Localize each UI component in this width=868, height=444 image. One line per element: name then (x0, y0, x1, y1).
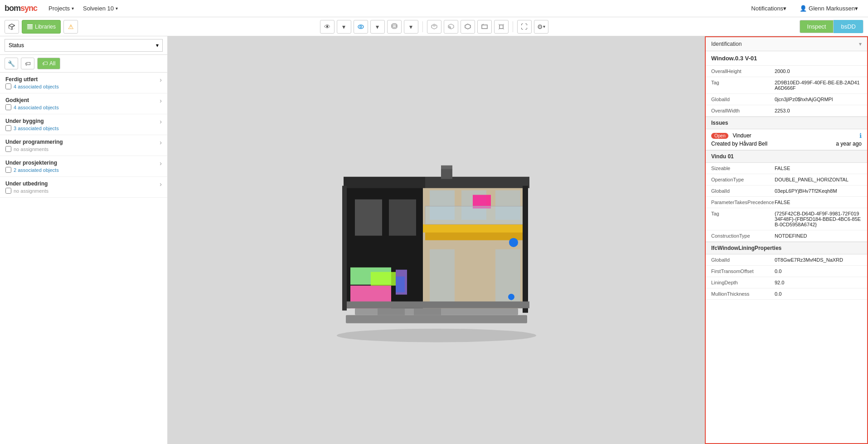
object-name: Window.0.3 V-01 (706, 51, 867, 66)
chevron-icon-3: › (160, 139, 162, 146)
app-logo: bomsync (5, 4, 37, 13)
identification-header[interactable]: Identification ▾ (706, 37, 867, 51)
svg-rect-0 (27, 24, 33, 25)
chevron-icon-0: › (160, 76, 162, 83)
project-name-menu[interactable]: Solveien 10 ▾ (78, 0, 122, 17)
user-caret: ▾ (855, 5, 858, 12)
bsdd-tab[interactable]: bsDD (834, 20, 863, 33)
libraries-btn[interactable]: Libraries (22, 20, 61, 34)
svg-rect-39 (378, 308, 405, 315)
filter-btn-all[interactable]: 🏷 All (37, 58, 60, 69)
status-checkbox-3[interactable] (5, 146, 11, 152)
prop-row-vindu-globalid: GlobalId 03epL6PYjBHv7Tf2Keqh8M (706, 185, 867, 197)
notifications-caret: ▾ (783, 5, 786, 12)
svg-rect-25 (396, 276, 405, 292)
property-table: OverallHeight 2000.0 Tag 2D9B10ED-499F-4… (706, 66, 867, 443)
svg-rect-41 (342, 185, 347, 310)
prop-row-first-transom: FirstTransomOffset 0.0 (706, 266, 867, 277)
main-toolbar: Libraries ⚠ 👁 ▾ ▾ ▾ (0, 17, 868, 36)
svg-rect-7 (482, 25, 487, 29)
prop-row-globalid: GlobalId 0jcn3jIPz0$hxhAjGQRMPl (706, 94, 867, 105)
prop-row-ifc-globalid: GlobalId 0T8GwE7Rz3Mvf4DS_NaXRD (706, 254, 867, 266)
status-item-godkjent[interactable]: Godkjent 4 associated objects › (0, 93, 167, 114)
shape-btn-2[interactable] (444, 20, 458, 34)
svg-rect-2 (27, 28, 33, 29)
3d-viewport[interactable] (168, 36, 705, 444)
prop-row-sizeable: Sizeable FALSE (706, 163, 867, 174)
status-item-under-utbedring[interactable]: Under utbedring no assignments › (0, 177, 167, 198)
svg-rect-40 (414, 308, 441, 315)
shape-btn-4[interactable] (477, 20, 492, 34)
status-checkbox-5[interactable] (5, 188, 11, 194)
svg-marker-15 (344, 176, 425, 188)
status-list: Ferdig utført 4 associated objects › God… (0, 73, 167, 444)
chevron-icon-1: › (160, 97, 162, 104)
projects-menu[interactable]: Projects ▾ (44, 0, 78, 17)
status-checkbox-2[interactable] (5, 125, 11, 131)
shape-btn-3[interactable] (461, 20, 475, 34)
svg-rect-19 (355, 199, 382, 235)
layers-btn[interactable] (387, 20, 402, 34)
svg-point-3 (358, 25, 364, 29)
status-item-ferdig-utfort[interactable]: Ferdig utført 4 associated objects › (0, 73, 167, 93)
issues-section: Open Vinduer ℹ Created by Håvard Bell a … (706, 129, 867, 150)
nav-right: Notifications ▾ 👤 Glenn Markussen ▾ (746, 0, 863, 17)
svg-rect-20 (389, 199, 416, 235)
user-icon: 👤 (800, 5, 807, 12)
inspect-tab[interactable]: Inspect (800, 20, 834, 33)
cube-icon-btn[interactable] (5, 20, 19, 34)
status-item-under-programmering[interactable]: Under programmering no assignments › (0, 135, 167, 156)
svg-point-36 (508, 293, 514, 300)
status-checkbox-0[interactable] (5, 83, 11, 89)
issue-meta: Created by Håvard Bell a year ago (711, 141, 862, 147)
svg-rect-33 (495, 249, 520, 303)
filter-bar: 🔧 🏷 🏷 All (0, 55, 167, 73)
eye-dropdown-btn[interactable]: ▾ (337, 20, 351, 34)
svg-rect-26 (425, 231, 525, 240)
shape-btn-1[interactable] (427, 20, 441, 34)
project-caret: ▾ (116, 6, 118, 11)
status-item-under-prosjektering[interactable]: Under prosjektering 2 associated objects… (0, 156, 167, 177)
filter-btn-tag[interactable]: 🏷 (21, 58, 34, 69)
filter-btn-wrench[interactable]: 🔧 (5, 58, 18, 69)
layers-dropdown-btn[interactable]: ▾ (404, 20, 418, 34)
svg-rect-23 (371, 272, 396, 285)
svg-point-4 (360, 26, 362, 28)
issue-info-icon[interactable]: ℹ (859, 132, 862, 139)
status-checkbox-4[interactable] (5, 167, 11, 173)
shape-btn-5[interactable] (494, 20, 509, 34)
expand-btn[interactable]: ⛶ (517, 20, 532, 34)
eye-outline-dropdown-btn[interactable]: ▾ (370, 20, 385, 34)
projects-caret: ▾ (72, 6, 74, 11)
issue-info: Open Vinduer (711, 132, 752, 139)
eye-solid-btn[interactable]: 👁 (320, 20, 335, 34)
status-select[interactable]: Status ▾ (5, 39, 163, 52)
prop-row-lining-depth: LiningDepth 92.0 (706, 277, 867, 288)
prop-row-tag: Tag 2D9B10ED-499F-40FE-BE-EB-2AD41A6D666… (706, 77, 867, 94)
settings-btn[interactable]: ⚙ ▾ (534, 20, 548, 34)
svg-rect-27 (423, 224, 527, 232)
tag-icon: 🏷 (42, 60, 48, 67)
main-area: Status ▾ 🔧 🏷 🏷 All Ferdig utført 4 assoc… (0, 36, 868, 444)
prop-row-operation-type: OperationType DOUBLE_PANEL_HORIZONTAL (706, 174, 867, 185)
chevron-icon-2: › (160, 118, 162, 125)
svg-rect-1 (27, 26, 33, 28)
prop-row-vindu-tag: Tag {725F42CB-D64D-4F9F-9981-72F01934F48… (706, 208, 867, 230)
svg-rect-18 (441, 165, 452, 169)
status-bar: Status ▾ (0, 36, 167, 55)
chevron-icon-5: › (160, 181, 162, 188)
status-checkbox-1[interactable] (5, 104, 11, 110)
svg-rect-38 (346, 301, 529, 308)
svg-marker-16 (425, 176, 529, 188)
notifications-menu[interactable]: Notifications ▾ (746, 0, 792, 17)
user-menu[interactable]: 👤 Glenn Markussen ▾ (794, 0, 863, 17)
svg-rect-34 (425, 206, 525, 224)
vindu-section-header: Vindu 01 (706, 150, 867, 163)
warning-icon-btn[interactable]: ⚠ (63, 20, 78, 34)
identification-caret-icon: ▾ (859, 41, 862, 47)
chevron-icon-4: › (160, 160, 162, 167)
eye-outline-btn[interactable] (354, 20, 368, 34)
status-item-under-bygging[interactable]: Under bygging 3 associated objects › (0, 114, 167, 135)
prop-row-overall-height: OverallHeight 2000.0 (706, 66, 867, 77)
svg-rect-37 (523, 185, 528, 312)
